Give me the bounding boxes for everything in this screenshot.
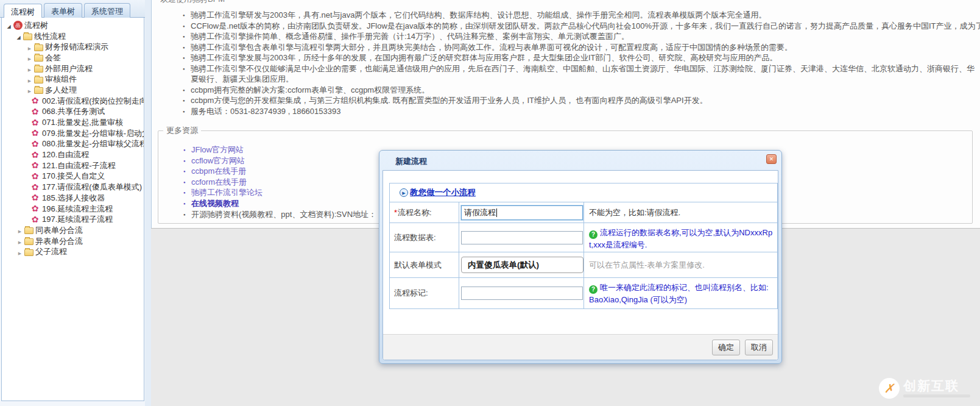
intro-bullet: 驰骋工作流引擎不仅仅能够满足中小企业的需要，也能满足通信级用户的应用，先后在西门…	[191, 63, 980, 85]
data-table-hint: 流程运行的数据表名称,可以为空,默认为NDxxxRpt,xxx是流程编号.	[584, 223, 777, 252]
intro-bullet: 驰骋工作流引擎操作简单、概念通俗易懂、操作手册完善（计:14万字）、代码注释完整…	[191, 31, 980, 42]
tree-node-folder[interactable]: 异表单分合流	[2, 236, 144, 247]
cancel-button[interactable]: 取消	[745, 340, 773, 355]
tree-node-folder[interactable]: 多人处理	[2, 85, 144, 96]
tree-node-flow[interactable]: 071.批量发起,批量审核	[2, 117, 144, 128]
watermark-subtext-strip	[903, 394, 970, 397]
folder-icon	[23, 34, 32, 40]
watermark-text: 创新互联	[903, 379, 970, 393]
intro-bullet-list: 驰骋工作流引擎研发与2003年，具有.net与java两个版本，它们代码结构、数…	[152, 10, 980, 116]
expand-arrow-icon[interactable]	[14, 32, 23, 41]
tree-node-flow[interactable]: 185.选择人接收器	[2, 193, 144, 204]
ccflow-site-link[interactable]: ccflow官方网站	[191, 156, 245, 165]
folder-icon	[34, 55, 43, 62]
forum-link[interactable]: 驰骋工作流引擎论坛	[191, 188, 263, 197]
sidebar-tabstrip: 流程树表单树系统管理	[0, 0, 145, 18]
form-row-form-mode: 默认表单模式 内置傻瓜表单(默认) 可以在节点属性-表单方案里修改.	[390, 252, 777, 277]
video-tutorial-link[interactable]: 在线视频教程	[191, 199, 239, 208]
intro-bullet: 驰骋工作流引擎包含表单引擎与流程引擎两大部分，并且两块完美结合，协同高效工作。流…	[191, 42, 980, 53]
tree-node-flow[interactable]: 120.自由流程	[2, 149, 144, 160]
form-row-data-table: 流程数据表: 流程运行的数据表名称,可以为空,默认为NDxxxRpt,xxx是流…	[390, 223, 777, 252]
tree-node-flow[interactable]: 196.延续流程主流程	[2, 204, 144, 215]
tree-node-folder[interactable]: 同表单分合流	[2, 225, 144, 236]
data-table-label: 流程数据表:	[394, 232, 436, 243]
gear-icon	[30, 151, 40, 160]
tree-node-flow[interactable]: 079.批量发起-分组审核-启动父流	[2, 128, 144, 139]
tab-system-admin[interactable]: 系统管理	[84, 3, 130, 18]
form-row-flow-name: *流程名称: 请假流程 不能为空，比如:请假流程.	[390, 202, 777, 223]
tree-node-flow[interactable]: 002.请假流程(按岗位控制走向-自	[2, 96, 144, 107]
ccform-manual-link[interactable]: ccform在线手册	[191, 177, 247, 187]
folder-icon	[24, 227, 33, 234]
tree-node-folder[interactable]: 父子流程	[2, 246, 144, 257]
intro-bullet: CCFlow是.net版本的简称，由济南团队负责研发。JFlow是在java版本…	[191, 21, 980, 32]
flow-name-input[interactable]: 请假流程	[461, 205, 583, 220]
tree-node-folder[interactable]: 审核组件	[2, 74, 144, 85]
flow-mark-hint: 唯一来确定此流程的标记、也叫流程别名、比如:BaoXiao,QingJia (可…	[584, 278, 777, 308]
tree-node-flow[interactable]: 121.自由流程-子流程	[2, 160, 144, 171]
gear-icon	[30, 129, 40, 138]
dialog-body: 教您做一个小流程 *流程名称: 请假流程 不能为空，比如:请假流程. 流程数据表…	[382, 170, 778, 360]
tab-form-tree[interactable]: 表单树	[44, 3, 82, 18]
new-flow-form: 教您做一个小流程 *流程名称: 请假流程 不能为空，比如:请假流程. 流程数据表…	[389, 183, 778, 309]
tree-node-folder[interactable]: 财务报销流程演示	[2, 41, 144, 52]
tree-node-flow[interactable]: 170.接受人自定义	[2, 171, 144, 182]
intro-bullet: 驰骋工作流引擎发展与2003年，历经十多年的发展，在国内拥有最广泛的研究群体与应…	[191, 52, 980, 63]
collapse-arrow-icon[interactable]	[15, 237, 24, 246]
tree-node-flow[interactable]: 080.批量发起-分组审核父流程	[2, 139, 144, 150]
jflow-site-link[interactable]: JFlow官方网站	[191, 145, 244, 154]
collapse-arrow-icon[interactable]	[15, 248, 24, 257]
data-table-input[interactable]	[461, 231, 583, 244]
intro-bullet: 驰骋工作流引擎研发与2003年，具有.net与java两个版本，它们代码结构、数…	[191, 10, 980, 21]
tree-node-folder[interactable]: 线性流程	[2, 31, 144, 42]
gear-icon	[30, 96, 40, 105]
flow-name-label: 流程名称:	[398, 207, 432, 218]
sidebar-splitter[interactable]	[145, 0, 151, 406]
collapse-arrow-icon[interactable]	[25, 64, 34, 73]
dialog-titlebar[interactable]: 新建流程	[379, 151, 781, 170]
process-tree-panel: 流程树 线性流程 财务报销流程演示 会签 外部用户流程 审核组件 多人处理 00…	[1, 18, 144, 401]
folder-icon	[34, 66, 43, 73]
collapse-arrow-icon[interactable]	[25, 43, 34, 52]
gear-icon	[30, 204, 40, 213]
gear-icon	[30, 107, 40, 116]
tree-node-root[interactable]: 流程树	[2, 20, 144, 31]
form-mode-select[interactable]: 内置傻瓜表单(默认)	[461, 257, 583, 273]
intro-bullet-phone: 服务电话：0531-82374939 , 18660153393	[191, 106, 980, 117]
dialog-title: 新建流程	[395, 157, 427, 166]
collapse-arrow-icon[interactable]	[25, 75, 34, 84]
collapse-arrow-icon[interactable]	[25, 85, 34, 94]
more-resources-legend: 更多资源	[163, 125, 201, 136]
help-icon	[589, 285, 598, 294]
tree-node-folder[interactable]: 外部用户流程	[2, 63, 144, 74]
flow-mark-input[interactable]	[461, 287, 583, 300]
tutorial-link[interactable]: 教您做一个小流程	[410, 187, 476, 198]
gear-icon	[30, 193, 40, 202]
svn-label: 开源驰骋资料(视频教程、ppt、文档资料):SVN地址：	[191, 210, 376, 219]
collapse-arrow-icon[interactable]	[15, 226, 24, 235]
folder-icon	[24, 249, 33, 256]
watermark: 创新互联	[879, 378, 970, 399]
ok-button[interactable]: 确定	[712, 340, 740, 355]
welcome-line-cropped: 欢迎使用驰骋BPM	[160, 0, 225, 5]
sidebar: 流程树表单树系统管理 流程树 线性流程 财务报销流程演示 会签 外部用户流程 审…	[0, 0, 145, 406]
tree-node-flow[interactable]: 068.共享任务测试	[2, 107, 144, 118]
tree-node-flow[interactable]: 177.请假流程(傻瓜表单模式)	[2, 182, 144, 193]
folder-icon	[34, 45, 43, 51]
ccbpm-manual-link[interactable]: ccbpm在线手册	[191, 166, 246, 176]
folder-icon	[34, 77, 43, 84]
flow-name-hint: 不能为空，比如:请假流程.	[584, 207, 777, 218]
gear-icon	[30, 161, 40, 170]
gear-icon	[30, 215, 40, 224]
expand-arrow-icon[interactable]	[4, 21, 13, 30]
close-icon[interactable]	[766, 154, 777, 164]
required-asterisk: *	[394, 208, 397, 217]
text-cursor	[496, 208, 497, 217]
intro-bullet: ccbpm拥有完整的解决方案:ccform表单引擎、ccgpm权限管理系统。	[191, 85, 980, 96]
tree-node-folder[interactable]: 会签	[2, 52, 144, 63]
gear-icon	[30, 140, 40, 149]
help-icon	[589, 230, 598, 239]
collapse-arrow-icon[interactable]	[25, 53, 34, 62]
tree-node-flow[interactable]: 197.延续流程子流程	[2, 214, 144, 225]
tab-process-tree[interactable]: 流程树	[4, 4, 42, 18]
